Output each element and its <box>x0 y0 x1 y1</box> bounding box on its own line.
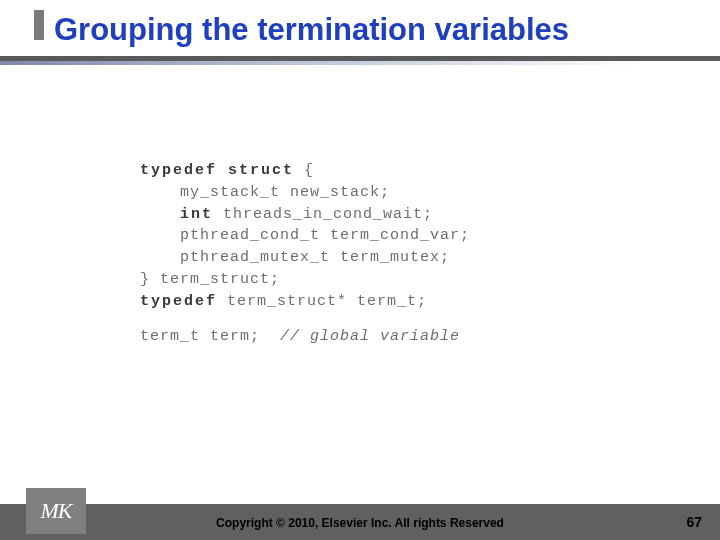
keyword-typedef-struct: typedef struct <box>140 162 294 179</box>
page-number: 67 <box>686 514 702 530</box>
blank-line <box>140 312 470 326</box>
code-text: threads_in_cond_wait; <box>213 206 433 223</box>
keyword-int: int <box>180 206 213 223</box>
code-line-8: term_t term; // global variable <box>140 326 470 348</box>
code-comment: // global variable <box>280 328 460 345</box>
title-accent <box>34 10 44 40</box>
code-text: term_struct* term_t; <box>217 293 427 310</box>
code-line-3: int threads_in_cond_wait; <box>140 204 470 226</box>
code-line-5: pthread_mutex_t term_mutex; <box>140 247 470 269</box>
code-block: typedef struct { my_stack_t new_stack; i… <box>140 160 470 348</box>
code-line-6: } term_struct; <box>140 269 470 291</box>
code-text: { <box>294 162 314 179</box>
code-line-4: pthread_cond_t term_cond_var; <box>140 225 470 247</box>
code-line-1: typedef struct { <box>140 160 470 182</box>
slide-title: Grouping the termination variables <box>54 12 569 48</box>
code-line-7: typedef term_struct* term_t; <box>140 291 470 313</box>
title-bar: Grouping the termination variables <box>0 10 720 70</box>
keyword-typedef: typedef <box>140 293 217 310</box>
slide: Grouping the termination variables typed… <box>0 0 720 540</box>
code-text: term_t term; <box>140 328 280 345</box>
code-line-2: my_stack_t new_stack; <box>140 182 470 204</box>
copyright-text: Copyright © 2010, Elsevier Inc. All righ… <box>0 516 720 530</box>
title-underline-fade <box>0 61 720 65</box>
